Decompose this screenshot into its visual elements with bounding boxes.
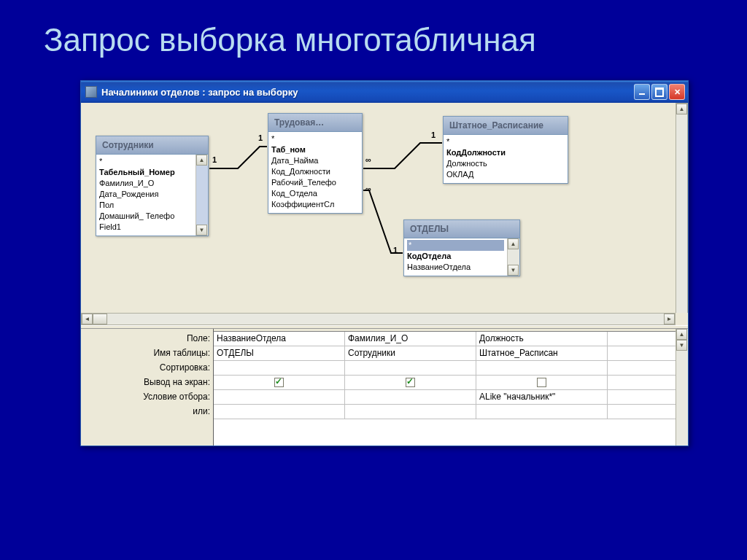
field-scrollbar[interactable]: ▲ ▼ [196, 155, 208, 236]
cell-sort[interactable] [214, 361, 345, 375]
cell-show[interactable] [476, 376, 608, 389]
cell-field[interactable]: Фамилия_И_О [345, 332, 476, 346]
show-checkbox[interactable] [274, 378, 284, 387]
cell-criteria[interactable] [214, 390, 345, 404]
label-criteria: Условие отбора: [81, 390, 213, 405]
grid-vscrollbar[interactable]: ▲ ▼ [676, 329, 688, 446]
scroll-right-icon[interactable]: ► [664, 314, 675, 324]
minimize-button[interactable] [634, 84, 650, 100]
cell-show[interactable] [345, 376, 476, 389]
label-sort: Сортировка: [81, 361, 213, 376]
cell-show[interactable] [214, 376, 345, 389]
diagram-vscrollbar[interactable]: ▲ ▼ [676, 103, 688, 325]
table-staffing[interactable]: Штатное_Расписание * КодДолжности Должно… [443, 116, 568, 184]
cardinality-label: ∞ [365, 155, 371, 164]
scroll-corner [676, 313, 688, 325]
scroll-down-icon[interactable]: ▼ [508, 265, 519, 276]
window-title: Началиники отделов : запрос на выборку [101, 87, 634, 98]
cell-sort[interactable] [345, 361, 476, 375]
label-table: Имя таблицы: [81, 346, 213, 361]
scroll-down-icon[interactable]: ▼ [196, 225, 207, 236]
diagram-hscrollbar[interactable]: ◄ ► [81, 313, 676, 325]
cardinality-label: 1 [212, 155, 217, 164]
slide-title: Запрос выборка многотабличная [0, 0, 747, 73]
label-or: или: [81, 405, 213, 419]
table-fields[interactable]: * Таб_ном Дата_Найма Код_Должности Рабоч… [268, 132, 362, 213]
titlebar[interactable]: Началиники отделов : запрос на выборку [81, 81, 688, 103]
relationship-diagram[interactable]: Сотрудники * Табельный_Номер Фамилия_И_О… [81, 103, 688, 325]
cell-sort[interactable] [476, 361, 608, 375]
cell-or[interactable] [476, 405, 608, 419]
maximize-button[interactable] [651, 84, 667, 100]
table-header[interactable]: Штатное_Расписание [444, 117, 568, 135]
table-fields[interactable]: * КодОтдела НазваниеОтдела [404, 238, 507, 276]
grid-row-labels: Поле: Имя таблицы: Сортировка: Вывод на … [81, 329, 214, 446]
query-grid: Поле: Имя таблицы: Сортировка: Вывод на … [81, 329, 688, 446]
grid-body[interactable]: НазваниеОтдела Фамилия_И_О Должность ОТД… [214, 329, 676, 446]
query-design-window: Началиники отделов : запрос на выборку С… [80, 80, 689, 446]
cell-field[interactable]: Должность [476, 332, 608, 346]
field-scrollbar[interactable]: ▲ ▼ [507, 238, 519, 276]
cardinality-label: ∞ [365, 184, 371, 193]
scroll-up-icon[interactable]: ▲ [508, 238, 519, 249]
cardinality-label: 1 [431, 131, 436, 139]
cell-table[interactable]: ОТДЕЛЫ [214, 346, 345, 360]
scroll-up-icon[interactable]: ▲ [196, 155, 207, 166]
table-header[interactable]: Трудовая… [268, 114, 362, 132]
table-fields[interactable]: * КодДолжности Должность ОКЛАД [444, 135, 568, 183]
table-header[interactable]: Сотрудники [96, 136, 208, 155]
cell-criteria[interactable]: ALike "начальник*" [476, 390, 608, 404]
scroll-thumb[interactable] [93, 314, 107, 324]
scroll-down-icon[interactable]: ▼ [676, 340, 687, 351]
cell-field[interactable]: НазваниеОтдела [214, 332, 345, 346]
table-employees[interactable]: Сотрудники * Табельный_Номер Фамилия_И_О… [96, 136, 209, 236]
table-fields[interactable]: * Табельный_Номер Фамилия_И_О Дата_Рожде… [96, 155, 196, 236]
app-icon [85, 86, 97, 98]
table-labor[interactable]: Трудовая… * Таб_ном Дата_Найма Код_Должн… [268, 113, 363, 214]
cell-criteria[interactable] [345, 390, 476, 404]
table-departments[interactable]: ОТДЕЛЫ * КодОтдела НазваниеОтдела ▲ ▼ [403, 219, 520, 276]
label-show: Вывод на экран: [81, 376, 213, 390]
cell-or[interactable] [345, 405, 476, 419]
close-button[interactable] [669, 84, 685, 100]
cardinality-label: 1 [393, 246, 398, 254]
show-checkbox[interactable] [406, 378, 415, 387]
scroll-up-icon[interactable]: ▲ [676, 329, 687, 340]
label-field: Поле: [81, 332, 213, 346]
cardinality-label: 1 [258, 133, 263, 142]
scroll-up-icon[interactable]: ▲ [676, 104, 687, 114]
table-header[interactable]: ОТДЕЛЫ [404, 220, 519, 238]
cell-or[interactable] [214, 405, 345, 419]
cell-table[interactable]: Штатное_Расписан [476, 346, 608, 360]
show-checkbox[interactable] [537, 378, 546, 387]
cell-table[interactable]: Сотрудники [345, 346, 476, 360]
scroll-left-icon[interactable]: ◄ [82, 314, 93, 324]
